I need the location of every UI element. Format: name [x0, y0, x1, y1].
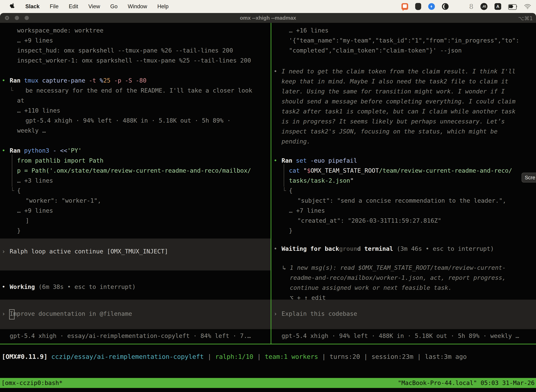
window-title-bar: omx --xhigh --madmax ⌥⌘1: [0, 13, 536, 23]
terminal-line: continue assigned work or next feasible …: [0, 283, 536, 293]
menu-bar: Slack FileEditViewGoWindowHelp 8 ..61 A: [0, 0, 536, 13]
overlay-label: Scre: [525, 175, 535, 181]
prompt-icon: ›: [2, 309, 5, 319]
terminal-line: }: [0, 226, 536, 236]
terminal-line: └ {: [0, 186, 536, 196]
terminal-line: cat "$OMX_TEAM_STATE_ROOT/team/review-cu…: [0, 166, 536, 176]
terminal-line: keep that in mind. Maybe I also need the…: [0, 76, 536, 86]
right-input-placeholder: Explain this codebase: [282, 309, 357, 319]
tmux-status-bar: [omx-cczip0:bash* "MacBook-Pro-44.local"…: [0, 378, 536, 388]
menu-item-help[interactable]: Help: [157, 3, 169, 10]
right-input-box[interactable]: › Explain this codebase: [271, 300, 536, 329]
terminal-line: '{"team_name":"my-team","task_id":"1","f…: [0, 36, 536, 46]
terminal-line: inspect task2's JSON, focusing on the st…: [0, 126, 536, 136]
menu-item-app[interactable]: Slack: [25, 3, 40, 10]
terminal-line: "subject": "send a concise recommendatio…: [0, 196, 536, 206]
terminal-line: "completed","claim_token":"claim-token"}…: [0, 46, 536, 56]
window-shortcut-hint: ⌥⌘1: [518, 15, 533, 21]
terminal-line: task2 after task1 is complete, but can I…: [0, 107, 536, 117]
menu-item-go[interactable]: Go: [110, 3, 117, 10]
text-cursor: [9, 309, 14, 319]
terminal-line: is in progress? It seems likely but perh…: [0, 117, 536, 126]
menu-item-view[interactable]: View: [88, 3, 100, 10]
thinking-text: •I need to get the claim token from the …: [0, 66, 536, 76]
terminal-line: pending.: [0, 136, 536, 146]
terminal-line: later. Using the same for transition mig…: [0, 86, 536, 96]
edit-hint: ⌥ + ↑ edit: [0, 293, 536, 303]
mailbox-message: ↳ 1 new msg(s): read $OMX_TEAM_STATE_ROO…: [0, 263, 536, 273]
terminal: › Ralph loop active continue [OMX_TMUX_I…: [0, 23, 536, 392]
apple-menu-icon[interactable]: [10, 4, 15, 9]
dots-grid-icon[interactable]: [456, 3, 462, 10]
terminal-line: inspect_worker-1: omx sparkshell --tmux-…: [0, 56, 536, 65]
messenger-bolt-icon[interactable]: [428, 3, 435, 10]
terminal-line: … +16 lines: [0, 25, 536, 36]
menu-item-window[interactable]: Window: [128, 3, 147, 10]
menu-item-edit[interactable]: Edit: [69, 3, 78, 10]
prompt-icon: ›: [274, 309, 277, 319]
terminal-line: tasks/task-2.json": [0, 176, 536, 186]
pane-bottom-border: [0, 344, 536, 344]
contrast-icon[interactable]: [442, 3, 449, 10]
desktop: Slack FileEditViewGoWindowHelp 8 ..61 A: [0, 0, 536, 392]
screen-recording-icon[interactable]: [402, 3, 408, 10]
ran-cat-command: •Ran set -euo pipefail: [0, 156, 536, 166]
shield-grid-icon[interactable]: [415, 3, 421, 10]
snake-icon[interactable]: 8: [469, 3, 474, 10]
terminal-line: should send a message before completing …: [0, 96, 536, 107]
terminal-line: … +7 lines: [0, 206, 536, 216]
wifi-icon[interactable]: [524, 4, 531, 9]
terminal-line: "created_at": "2026-03-31T11:59:27.816Z": [0, 216, 536, 226]
screen-share-overlay[interactable]: Scre: [522, 173, 536, 182]
tmux-host-clock: "MacBook-Pro-44.local" 05:03 31-Mar-26: [398, 378, 536, 388]
window-title: omx --xhigh --madmax: [0, 15, 536, 21]
terminal-line: readme-and-reco/mailbox/worker-1.json, a…: [0, 273, 536, 283]
menu-item-file[interactable]: File: [50, 3, 58, 10]
ran-python-command: •Ran python3 - <<'PY': [0, 146, 536, 156]
left-input-box[interactable]: › Improve documentation in @filename: [0, 300, 271, 329]
omx-hud-line: [OMX#0.11.9] cczip/essay/ai-reimplementa…: [0, 352, 536, 362]
input-source-icon[interactable]: A: [494, 3, 501, 10]
right-pane-status: gpt-5.4 xhigh · 94% left · 488K in · 5.1…: [0, 331, 536, 341]
waiting-status: •Waiting for background terminal (3m 46s…: [0, 244, 536, 254]
timer-icon[interactable]: ..61: [480, 3, 488, 10]
tmux-session-window[interactable]: [omx-cczip0:bash*: [0, 378, 62, 388]
battery-icon[interactable]: [508, 4, 517, 9]
left-input-placeholder: Improve documentation in @filename: [10, 309, 132, 319]
